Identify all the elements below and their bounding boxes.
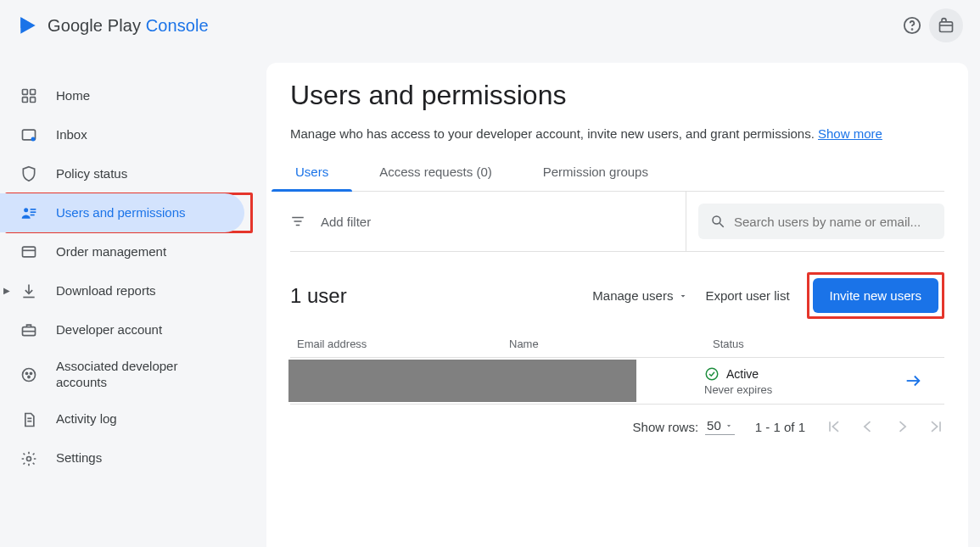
- sidebar-item-label: Associated developer accounts: [56, 359, 229, 391]
- chevron-down-icon: [725, 421, 733, 430]
- help-icon: [903, 16, 921, 35]
- svg-rect-5: [23, 98, 28, 103]
- store-icon: [938, 17, 955, 34]
- tab-users[interactable]: Users: [290, 165, 333, 191]
- download-icon: [19, 281, 39, 301]
- tabs: Users Access requests (0) Permission gro…: [290, 165, 944, 192]
- last-page-button[interactable]: [927, 418, 944, 435]
- svg-point-26: [713, 216, 720, 224]
- brand-text: Google Play Console: [48, 16, 209, 36]
- show-more-link[interactable]: Show more: [818, 126, 882, 141]
- main-panel: Users and permissions Manage who has acc…: [266, 63, 968, 547]
- tab-permission-groups[interactable]: Permission groups: [538, 165, 653, 191]
- sidebar-item-developer-account[interactable]: Developer account: [0, 310, 244, 349]
- svg-point-8: [31, 137, 36, 142]
- svg-point-17: [25, 372, 27, 374]
- col-status: Status: [713, 338, 904, 350]
- home-icon: [19, 86, 39, 106]
- page-subtitle: Manage who has access to your developer …: [290, 126, 944, 141]
- svg-rect-2: [940, 22, 953, 32]
- row-arrow-button[interactable]: [904, 371, 938, 390]
- redacted-cell: [288, 360, 636, 402]
- status-text: Active: [726, 367, 759, 381]
- network-icon: [19, 365, 39, 385]
- page-title: Users and permissions: [290, 80, 944, 111]
- manage-users-button[interactable]: Manage users: [592, 288, 688, 303]
- shield-icon: [19, 164, 39, 184]
- highlight-box: Invite new users: [807, 272, 944, 319]
- search-input[interactable]: [734, 215, 932, 229]
- svg-point-28: [706, 368, 718, 380]
- play-logo-icon: [17, 14, 39, 36]
- help-button[interactable]: [895, 8, 929, 42]
- svg-rect-11: [31, 211, 36, 213]
- users-icon: [19, 203, 39, 223]
- sidebar: Home Inbox Policy status Users and permi…: [0, 51, 255, 547]
- table-header: Email address Name Status: [290, 331, 944, 357]
- sidebar-item-policy[interactable]: Policy status: [0, 154, 244, 193]
- filter-icon[interactable]: [290, 214, 305, 229]
- search-box[interactable]: [698, 204, 944, 239]
- pagination: Show rows: 50 1 - 1 of 1: [290, 418, 944, 435]
- sidebar-item-downloads[interactable]: ▶ Download reports: [0, 271, 244, 310]
- store-button[interactable]: [929, 8, 963, 42]
- sidebar-item-orders[interactable]: Order management: [0, 232, 244, 271]
- sidebar-item-home[interactable]: Home: [0, 76, 244, 115]
- svg-rect-12: [31, 215, 35, 216]
- sidebar-item-activity-log[interactable]: Activity log: [0, 400, 244, 439]
- next-page-button[interactable]: [893, 418, 910, 435]
- invite-new-users-button[interactable]: Invite new users: [813, 278, 938, 313]
- gear-icon: [19, 449, 39, 469]
- inbox-icon: [19, 125, 39, 145]
- svg-rect-25: [296, 225, 300, 226]
- svg-rect-6: [31, 98, 36, 103]
- add-filter-button[interactable]: Add filter: [321, 215, 371, 229]
- sidebar-item-label: Home: [56, 88, 90, 104]
- sidebar-item-inbox[interactable]: Inbox: [0, 115, 244, 154]
- svg-line-27: [720, 223, 724, 227]
- status-expires: Never expires: [704, 383, 904, 396]
- log-icon: [19, 410, 39, 430]
- sidebar-item-users-permissions[interactable]: Users and permissions: [0, 193, 244, 232]
- svg-point-22: [27, 456, 31, 460]
- search-icon: [710, 214, 725, 229]
- topbar: Google Play Console: [0, 0, 980, 51]
- filter-row: Add filter: [290, 204, 944, 252]
- card-icon: [19, 242, 39, 262]
- svg-rect-23: [292, 217, 304, 219]
- tab-access-requests[interactable]: Access requests (0): [374, 165, 497, 191]
- svg-rect-4: [31, 90, 36, 95]
- first-page-button[interactable]: [826, 418, 843, 435]
- sidebar-item-label: Order management: [56, 244, 166, 260]
- table-row[interactable]: Active Never expires: [290, 357, 944, 405]
- sidebar-item-label: Developer account: [56, 322, 162, 338]
- rows-per-page-select[interactable]: 50: [705, 418, 735, 435]
- svg-rect-10: [31, 209, 36, 210]
- expand-caret-icon: ▶: [3, 286, 10, 297]
- sidebar-item-label: Activity log: [56, 411, 117, 427]
- brand-logo[interactable]: Google Play Console: [17, 14, 209, 36]
- sidebar-item-associated-accounts[interactable]: Associated developer accounts: [0, 349, 244, 400]
- export-user-list-button[interactable]: Export user list: [705, 288, 789, 303]
- show-rows-label: Show rows:: [633, 420, 699, 434]
- sidebar-item-settings[interactable]: Settings: [0, 439, 244, 478]
- divider: [686, 192, 686, 251]
- prev-page-button[interactable]: [860, 418, 876, 435]
- sidebar-item-label: Download reports: [56, 283, 156, 299]
- users-table: Email address Name Status Active: [290, 331, 944, 405]
- briefcase-icon: [19, 320, 39, 340]
- sidebar-item-label: Inbox: [56, 127, 87, 143]
- col-email: Email address: [297, 338, 509, 350]
- chevron-down-icon: [678, 291, 688, 301]
- sidebar-item-label: Policy status: [56, 166, 127, 182]
- col-name: Name: [509, 338, 713, 350]
- svg-rect-3: [23, 90, 28, 95]
- svg-rect-13: [23, 247, 36, 257]
- svg-point-18: [30, 372, 31, 374]
- user-count: 1 user: [290, 284, 575, 308]
- svg-point-19: [28, 376, 30, 377]
- svg-point-9: [24, 208, 28, 212]
- sidebar-item-label: Settings: [56, 450, 102, 466]
- sidebar-item-label: Users and permissions: [56, 205, 186, 221]
- page-range: 1 - 1 of 1: [755, 420, 805, 434]
